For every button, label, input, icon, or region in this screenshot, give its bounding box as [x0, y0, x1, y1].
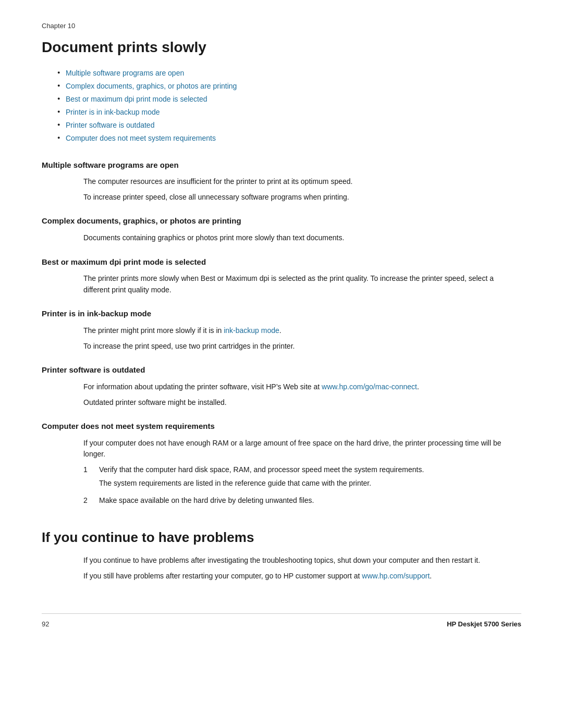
toc-item[interactable]: Printer software is outdated — [57, 120, 521, 131]
inline-link[interactable]: ink-backup mode — [224, 326, 279, 335]
section2-paragraph: If you continue to have problems after i… — [83, 555, 521, 566]
section-body: Documents containing graphics or photos … — [42, 232, 521, 244]
toc-item[interactable]: Printer is in ink-backup mode — [57, 107, 521, 118]
footer-page-number: 92 — [42, 619, 49, 630]
list-item: 1Verify that the computer hard disk spac… — [83, 464, 521, 491]
list-item-number: 1 — [83, 464, 93, 491]
section-body: If your computer does not have enough RA… — [42, 438, 521, 509]
toc-item[interactable]: Multiple software programs are open — [57, 68, 521, 79]
toc-link[interactable]: Best or maximum dpi print mode is select… — [66, 95, 207, 103]
section-outdated: Printer software is outdatedFor informat… — [42, 364, 521, 408]
section-paragraph: Outdated printer software might be insta… — [83, 397, 521, 409]
list-item: 2Make space available on the hard drive … — [83, 495, 521, 509]
section2-paragraph-link: If you still have problems after restart… — [83, 571, 521, 582]
section-heading: Multiple software programs are open — [42, 159, 521, 171]
section-paragraph: To increase the print speed, use two pri… — [83, 341, 521, 352]
toc-item[interactable]: Complex documents, graphics, or photos a… — [57, 81, 521, 92]
section2-title: If you continue to have problems — [42, 527, 521, 548]
section-paragraph: Documents containing graphics or photos … — [83, 232, 521, 244]
section-body: The printer prints more slowly when Best… — [42, 273, 521, 295]
toc-link[interactable]: Computer does not meet system requiremen… — [66, 134, 216, 142]
section-sysreq: Computer does not meet system requiremen… — [42, 421, 521, 509]
list-item-sub: The system requirements are listed in th… — [99, 478, 521, 489]
list-item-main: Make space available on the hard drive b… — [99, 495, 521, 507]
section-inkbackup: Printer is in ink-backup modeThe printer… — [42, 308, 521, 352]
toc-link[interactable]: Multiple software programs are open — [66, 69, 184, 77]
section-heading: Complex documents, graphics, or photos a… — [42, 215, 521, 227]
toc-link[interactable]: Printer is in ink-backup mode — [66, 108, 160, 116]
section-body: For information about updating the print… — [42, 381, 521, 408]
section2-body: If you continue to have problems after i… — [42, 555, 521, 582]
section-paragraph: The computer resources are insufficient … — [83, 176, 521, 188]
toc-link[interactable]: Complex documents, graphics, or photos a… — [66, 82, 237, 90]
section-heading: Best or maximum dpi print mode is select… — [42, 256, 521, 268]
sections-container: Multiple software programs are openThe c… — [42, 159, 521, 509]
inline-link[interactable]: www.hp.com/go/mac-connect — [322, 382, 417, 391]
list-item-main: Verify that the computer hard disk space… — [99, 464, 521, 476]
section-heading: Printer is in ink-backup mode — [42, 308, 521, 320]
page-title: Document prints slowly — [42, 36, 521, 58]
list-item-number: 2 — [83, 495, 93, 509]
toc-item[interactable]: Best or maximum dpi print mode is select… — [57, 94, 521, 105]
section-intro: If your computer does not have enough RA… — [83, 438, 521, 460]
footer-brand: HP Deskjet 5700 Series — [447, 619, 521, 630]
section-paragraph: The printer prints more slowly when Best… — [83, 273, 521, 295]
section-body: The printer might print more slowly if i… — [42, 325, 521, 352]
toc-list: Multiple software programs are openCompl… — [42, 68, 521, 144]
list-item-text: Verify that the computer hard disk space… — [99, 464, 521, 491]
section-paragraph: To increase printer speed, close all unn… — [83, 192, 521, 203]
section-complex: Complex documents, graphics, or photos a… — [42, 215, 521, 243]
section-multiple: Multiple software programs are openThe c… — [42, 159, 521, 203]
section-heading: Computer does not meet system requiremen… — [42, 421, 521, 433]
toc-link[interactable]: Printer software is outdated — [66, 121, 154, 129]
section-heading: Printer software is outdated — [42, 364, 521, 376]
section-paragraph-link: The printer might print more slowly if i… — [83, 325, 521, 337]
numbered-list: 1Verify that the computer hard disk spac… — [83, 464, 521, 509]
section-bestdpi: Best or maximum dpi print mode is select… — [42, 256, 521, 296]
section-body: The computer resources are insufficient … — [42, 176, 521, 203]
chapter-label: Chapter 10 — [42, 21, 521, 31]
section-paragraph-link: For information about updating the print… — [83, 381, 521, 393]
section2-inline-link[interactable]: www.hp.com/support — [362, 572, 430, 580]
toc-item[interactable]: Computer does not meet system requiremen… — [57, 133, 521, 144]
footer: 92 HP Deskjet 5700 Series — [42, 613, 521, 630]
list-item-text: Make space available on the hard drive b… — [99, 495, 521, 509]
